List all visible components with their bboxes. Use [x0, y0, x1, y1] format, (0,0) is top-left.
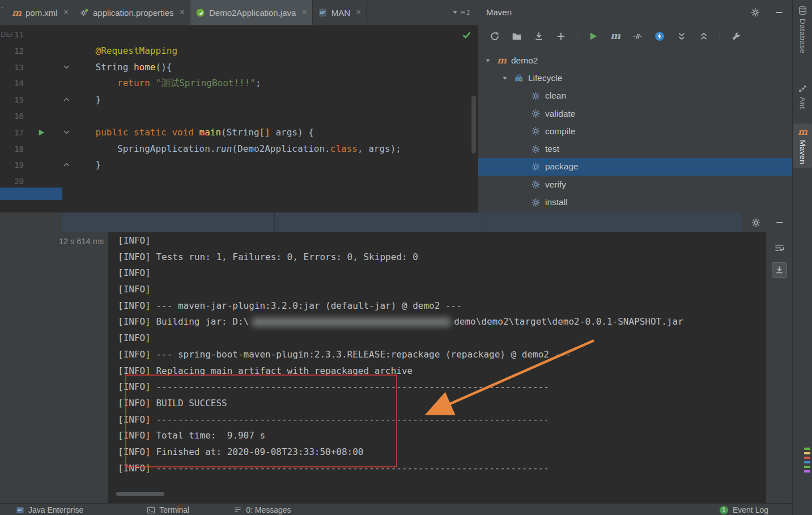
editor-tab-demo2application-java[interactable]: Demo2Application.java×: [190, 0, 313, 25]
gutter: [25, 92, 74, 108]
tree-label: compile: [544, 126, 575, 137]
goal-icon: [531, 162, 541, 172]
tab-strip: mpom.xml×application.properties×Demo2App…: [7, 0, 367, 25]
gutter: [25, 43, 74, 59]
code-line-20: 20: [0, 173, 478, 190]
editor-tab-pom-xml[interactable]: mpom.xml×: [7, 0, 74, 25]
inspections-ok-icon[interactable]: [461, 29, 472, 40]
fold-down-icon[interactable]: [62, 128, 71, 137]
run-window-header: [0, 212, 792, 232]
gear-icon[interactable]: [750, 7, 760, 18]
stripe-item-database[interactable]: Database: [793, 2, 812, 57]
stripe-item-ant[interactable]: Ant: [793, 80, 812, 113]
code-line-19: 19 }: [0, 157, 478, 173]
event-log-button[interactable]: 1 Event Log: [720, 504, 768, 514]
line-number: 14: [0, 75, 25, 92]
run-icon[interactable]: [586, 29, 601, 44]
collapse-all-icon[interactable]: [696, 29, 711, 44]
gear-icon[interactable]: [751, 218, 761, 228]
hide-icon[interactable]: [775, 218, 785, 228]
status-java-enterprise[interactable]: Java Enterprise: [16, 504, 83, 514]
refresh-icon[interactable]: [487, 29, 502, 44]
expand-all-icon[interactable]: [674, 29, 689, 44]
close-icon[interactable]: ×: [63, 8, 69, 17]
maven-node-package[interactable]: package: [478, 158, 792, 176]
tree-label: validate: [544, 109, 575, 119]
scroll-to-end-icon[interactable]: [772, 262, 787, 278]
console-line: [INFO] Finished at: 2020-09-08T23:33:50+…: [118, 444, 766, 461]
tab-label: Demo2Application.java: [209, 8, 296, 18]
header-segment: [62, 212, 275, 232]
header-segment: [275, 212, 487, 232]
fold-up-icon[interactable]: [62, 160, 71, 169]
maven-node-demo2[interactable]: mdemo2: [478, 52, 792, 69]
stripe-label: Ant: [798, 97, 807, 109]
code-editor[interactable]: DE/ 1112 @RequestMapping13 String home()…: [0, 25, 478, 212]
code-line-17: 17 public static void main(String[] args…: [0, 125, 478, 141]
side-marker: [804, 466, 810, 468]
maven-settings-icon[interactable]: [729, 29, 743, 44]
goal-icon: [531, 180, 541, 189]
editor-tab-application-properties[interactable]: application.properties×: [74, 0, 190, 25]
console-line: [INFO] Replacing main artifact with repa…: [118, 363, 766, 380]
code-line-14: 14 return "测试SpringBoot!!!";: [0, 75, 478, 92]
run-icon[interactable]: [37, 129, 45, 137]
maven-node-verify[interactable]: verify: [478, 176, 792, 193]
soft-wrap-icon[interactable]: [772, 240, 787, 256]
line-number: 18: [0, 141, 25, 158]
messages-icon: [233, 506, 242, 514]
maven-header: Maven: [478, 0, 792, 24]
console-line: [INFO] Total time: 9.907 s: [118, 428, 766, 444]
console-line: [INFO]: [118, 233, 766, 249]
close-icon[interactable]: ×: [356, 8, 361, 17]
stripe-item-maven[interactable]: mMaven: [793, 124, 812, 168]
tree-label: clean: [544, 91, 566, 101]
goal-icon: [531, 144, 541, 154]
add-icon[interactable]: [554, 29, 568, 44]
maven-node-clean[interactable]: clean: [478, 87, 792, 105]
hide-icon[interactable]: [774, 7, 784, 18]
build-timer: 12 s 614 ms: [0, 232, 108, 246]
editor-zone: - mpom.xml×application.properties×Demo2A…: [0, 0, 478, 212]
maven-toolbar: m: [478, 24, 792, 48]
generate-sources-icon[interactable]: [509, 29, 524, 44]
maven-node-install[interactable]: install: [478, 193, 792, 211]
status-items: Java EnterpriseTerminal0: Messages: [0, 504, 291, 514]
fold-down-icon[interactable]: [62, 63, 71, 71]
maven-file-icon: m: [12, 8, 22, 18]
fold-up-icon[interactable]: [62, 95, 71, 104]
event-log-badge: 1: [720, 506, 728, 514]
skip-tests-icon[interactable]: [630, 29, 645, 44]
chevron-down-icon[interactable]: [484, 56, 494, 65]
maven-node-validate[interactable]: validate: [478, 105, 792, 122]
maven-node-test[interactable]: test: [478, 140, 792, 158]
code-text: public static void main(String[] args) {: [74, 125, 314, 141]
maven-node-compile[interactable]: compile: [478, 122, 792, 140]
execute-goal-icon[interactable]: m: [608, 29, 623, 44]
status-0-messages[interactable]: 0: Messages: [233, 504, 291, 514]
console-hscrollbar-thumb[interactable]: [116, 492, 164, 496]
download-sources-icon[interactable]: [532, 29, 546, 44]
hidden-tabs-dropdown[interactable]: ≡2: [452, 0, 478, 25]
console-output[interactable]: [INFO][INFO] Tests run: 1, Failures: 0, …: [108, 232, 766, 503]
ant-icon: [798, 84, 807, 93]
side-marker: [804, 452, 810, 454]
spring-boot-file-icon: [195, 8, 205, 18]
maven-node-lifecycle[interactable]: Lifecycle: [478, 69, 792, 87]
toggle-offline-icon[interactable]: [652, 29, 667, 44]
chevron-down-icon[interactable]: [501, 74, 511, 82]
header-segment: [487, 212, 742, 232]
gutter: [25, 141, 74, 158]
status-terminal[interactable]: Terminal: [147, 504, 189, 514]
stripe-label: Database: [798, 19, 807, 54]
side-marker: [804, 457, 810, 459]
editor-scrollbar-thumb[interactable]: [471, 96, 476, 154]
close-icon[interactable]: ×: [301, 8, 307, 17]
code-text: SpringApplication.run(Demo2Application.c…: [74, 141, 401, 158]
code-line-18: 18 SpringApplication.run(Demo2Applicatio…: [0, 141, 478, 158]
console-line: [INFO] --- maven-jar-plugin:3.2.0:jar (d…: [118, 298, 766, 314]
editor-tab-man[interactable]: MFMAN×: [313, 0, 367, 25]
properties-file-icon: [79, 8, 89, 18]
goal-icon: [531, 91, 541, 101]
close-icon[interactable]: ×: [180, 8, 185, 17]
